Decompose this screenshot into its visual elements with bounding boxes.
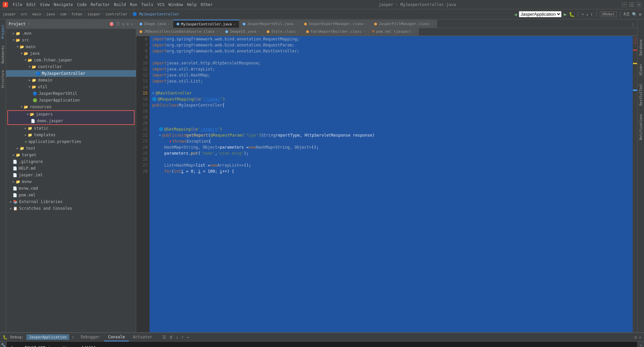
menu-build[interactable]: Build <box>114 2 126 7</box>
debug-settings-icon[interactable]: ⚙ <box>635 335 637 340</box>
tree-item-jaspeiml[interactable]: 📄 jasper.iml <box>6 172 136 178</box>
tree-item-mvn[interactable]: ▶ 📁 .mvn <box>6 30 136 37</box>
tab-close-jrbean[interactable]: ✕ <box>216 30 218 33</box>
tree-item-helpmd[interactable]: 📄 HELP.md <box>6 165 136 172</box>
tab-close-exportmanager[interactable]: ✕ <box>365 22 367 26</box>
breadcrumb-controller[interactable]: controller <box>105 12 128 16</box>
debug-left-icon-1[interactable]: 🔧 <box>1 343 6 347</box>
tree-item-controller[interactable]: ▼ 📂 controller <box>6 63 136 70</box>
tree-item-main[interactable]: ▼ 📂 main <box>6 43 136 50</box>
sidebar-tab-project[interactable]: Project <box>0 22 5 41</box>
tree-item-jasperreportutil[interactable]: 🔵 JasperReportUtil <box>6 90 136 97</box>
tree-item-scratches[interactable]: ▶ 📋 Scratches and Consoles <box>6 205 136 212</box>
debug-run-button[interactable]: 🐛 <box>569 12 575 17</box>
step-out-button[interactable]: ↑ <box>591 12 593 17</box>
tab-close-fastreport[interactable]: ✕ <box>363 30 365 33</box>
debug-tab-actuator[interactable]: Actuator <box>129 333 156 341</box>
tree-item-gitignore[interactable]: 📄 .gitignore <box>6 158 136 165</box>
tab-imageio[interactable]: ImageIO.java ✕ <box>222 28 264 35</box>
tab-jasperfillmanager[interactable]: JasperFillManager.class ✕ <box>371 20 437 28</box>
menu-navigate[interactable]: Navigate <box>54 2 73 7</box>
step-into-button[interactable]: ↓ <box>586 12 588 17</box>
sidebar-database[interactable]: Database <box>639 39 643 55</box>
breadcrumb-jasper[interactable]: jasper <box>3 12 16 16</box>
tree-item-applicationprops[interactable]: ⚙ application.properties <box>6 138 136 145</box>
debug-session-close[interactable]: ✕ <box>72 335 74 339</box>
menu-other[interactable]: Other <box>201 2 213 7</box>
tree-item-resources[interactable]: ▼ 📂 resources <box>6 104 136 110</box>
menu-run[interactable]: Run <box>130 2 137 7</box>
close-button[interactable]: ✕ <box>637 2 641 7</box>
tree-item-externallibs[interactable]: ▶ 📚 External Libraries <box>6 198 136 205</box>
tree-item-demojasper[interactable]: 📄 demo.jasper <box>8 118 134 124</box>
debug-btn-5[interactable]: → <box>186 335 190 340</box>
tab-myjaspercontroller[interactable]: MyJasperController.java ✕ <box>173 20 239 28</box>
tree-item-myjaspercontroller[interactable]: ▶ 🔵 MyJasperController <box>6 70 136 77</box>
translate-button[interactable]: A文 <box>624 11 630 17</box>
menu-help[interactable]: Help <box>187 2 197 7</box>
tree-item-comfchanjasper[interactable]: ▼ 📂 com.fchan.jasper <box>6 57 136 63</box>
sidebar-resttool[interactable]: RestfulTool <box>639 83 643 106</box>
debug-right-expand[interactable]: ⇲ <box>640 343 642 347</box>
tree-item-jaspers[interactable]: ▼ 📂 jaspers <box>8 111 134 118</box>
jrebel-button[interactable]: JRebel <box>600 11 617 17</box>
debug-btn-1[interactable]: ☰ <box>162 335 167 340</box>
maximize-button[interactable]: □ <box>629 2 634 7</box>
debug-btn-3[interactable]: ↓ <box>175 335 179 340</box>
tab-styleclass[interactable]: Style.class ✕ <box>263 28 303 35</box>
tree-item-target[interactable]: ▶ 📁 target <box>6 152 136 158</box>
menu-vcs[interactable]: VCS <box>157 2 165 7</box>
breadcrumb-file[interactable]: 🔵 MyJasperController <box>133 12 179 16</box>
tab-close-imageio[interactable]: ✕ <box>258 30 260 33</box>
breadcrumb-java[interactable]: java <box>46 12 55 16</box>
step-over-button[interactable]: ↷ <box>582 12 584 17</box>
menu-edit[interactable]: Edit <box>26 2 36 7</box>
tab-close-style[interactable]: ✕ <box>297 30 299 33</box>
tree-item-mvnwcmd[interactable]: 📄 mvnw.cmd <box>6 185 136 192</box>
menu-code[interactable]: Code <box>77 2 87 7</box>
debug-btn-2[interactable]: ⏸ <box>168 335 174 340</box>
tree-item-src[interactable]: ▼ 📂 src <box>6 37 136 43</box>
code-content[interactable]: import org.springframework.web.bind.anno… <box>150 36 633 332</box>
tab-close-image[interactable]: ✕ <box>168 22 170 26</box>
tree-item-templates[interactable]: ▶ 📁 templates <box>6 132 136 138</box>
debug-session[interactable]: JasperApplication <box>26 334 69 340</box>
tree-item-domain[interactable]: ▶ 📁 domain <box>6 77 136 83</box>
sidebar-tab-structure[interactable]: Structure <box>0 67 5 91</box>
tab-close-pom[interactable]: ✕ <box>413 30 415 33</box>
breadcrumb-src[interactable]: src <box>21 12 27 16</box>
tab-imagejava[interactable]: Image.java ✕ <box>136 20 173 28</box>
menu-refactor[interactable]: Refactor <box>90 2 110 7</box>
menu-file[interactable]: File <box>13 2 22 7</box>
tree-item-static[interactable]: ▶ 📁 static <box>6 125 136 132</box>
debug-tab-debugger[interactable]: Debugger <box>77 333 104 341</box>
run-button[interactable]: ▶ <box>564 11 567 17</box>
menu-tools[interactable]: Tools <box>141 2 153 7</box>
debug-tab-console[interactable]: Console <box>104 333 129 341</box>
more-tabs-button[interactable]: ⋮ <box>631 22 635 28</box>
tree-item-java[interactable]: ▼ 📂 java <box>6 50 136 57</box>
project-icon-settings[interactable]: ⚙ <box>127 22 129 26</box>
project-icon-collapse[interactable]: ☰ <box>116 22 120 26</box>
debug-btn-4[interactable]: ↑ <box>181 335 185 340</box>
tree-item-mvnw[interactable]: ▶ 📁 mvnw <box>6 178 136 185</box>
breadcrumb-fchan[interactable]: fchan <box>71 12 82 16</box>
sidebar-notifications[interactable]: Notifications <box>639 114 643 140</box>
tab-jasperexportmanager[interactable]: JasperExportManager.class ✕ <box>301 20 371 28</box>
tab-close-reportutil[interactable]: ✕ <box>295 22 297 26</box>
app-selector[interactable]: JasperApplication <box>519 11 562 17</box>
tree-item-util[interactable]: ▼ 📂 util <box>6 83 136 90</box>
debug-close-icon[interactable]: ✕ <box>639 335 641 340</box>
project-icon-sort[interactable]: ⇅ <box>122 22 124 26</box>
minimize-button[interactable]: ─ <box>622 2 627 7</box>
breadcrumb-com[interactable]: com <box>60 12 66 16</box>
breadcrumb-main[interactable]: main <box>32 12 41 16</box>
project-dropdown-icon[interactable]: ▾ <box>28 22 30 26</box>
tab-jrbeancollection[interactable]: JRBeanCollectionDataSource.class ✕ <box>136 28 222 35</box>
tree-item-jasperapplication[interactable]: 🟢 JasperApplication <box>6 97 136 104</box>
tree-item-test[interactable]: ▶ 📁 test <box>6 145 136 152</box>
sidebar-tab-bookmarks[interactable]: Bookmarks <box>0 43 5 66</box>
project-icon-locate[interactable]: 🎯 <box>109 22 114 26</box>
tree-item-pomxml[interactable]: 📄 pom.xml <box>6 192 136 198</box>
tab-close-fillmanager[interactable]: ✕ <box>431 22 433 26</box>
